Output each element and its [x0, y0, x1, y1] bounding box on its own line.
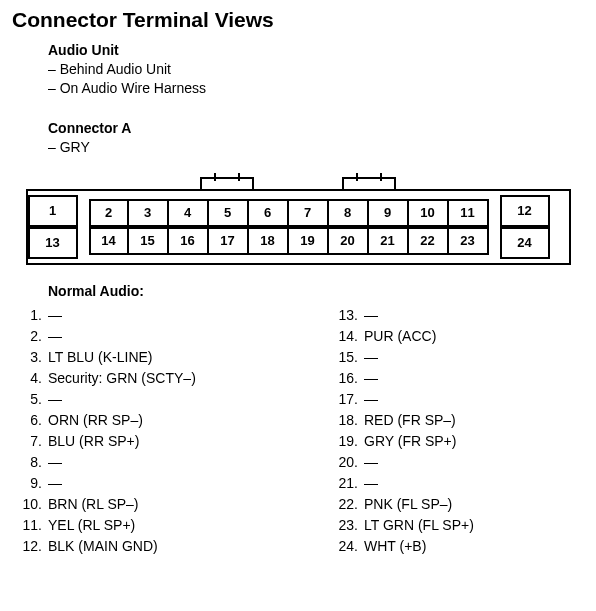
pin-value: —	[364, 305, 584, 326]
pin-value: —	[48, 452, 298, 473]
pin-number: 22.	[328, 494, 358, 515]
pin-cell: 2	[89, 199, 129, 227]
audio-unit-section: Audio Unit – Behind Audio Unit – On Audi…	[48, 42, 584, 157]
pin-definition-row: 18.RED (FR SP–)	[328, 410, 584, 431]
connector-a-heading: Connector A	[48, 120, 584, 136]
pin-value: —	[364, 347, 584, 368]
pin-cell: 24	[500, 227, 550, 259]
pin-number: 14.	[328, 326, 358, 347]
pin-cell: 8	[329, 199, 369, 227]
pin-definition-row: 12.BLK (MAIN GND)	[12, 536, 298, 557]
connector-notch	[200, 177, 254, 189]
pin-definition-row: 13.—	[328, 305, 584, 326]
page-title: Connector Terminal Views	[12, 8, 584, 32]
pin-definition-columns: 1.—2.—3.LT BLU (K-LINE)4.Security: GRN (…	[12, 305, 584, 557]
pin-number: 2.	[12, 326, 42, 347]
pin-number: 10.	[12, 494, 42, 515]
audio-unit-note-1: – Behind Audio Unit	[48, 60, 584, 79]
pin-number: 5.	[12, 389, 42, 410]
pin-value: ORN (RR SP–)	[48, 410, 298, 431]
pin-cell: 13	[28, 227, 78, 259]
pin-cell: 15	[129, 227, 169, 255]
pin-number: 13.	[328, 305, 358, 326]
pin-value: LT BLU (K-LINE)	[48, 347, 298, 368]
pin-number: 24.	[328, 536, 358, 557]
pin-number: 3.	[12, 347, 42, 368]
pin-value: —	[364, 368, 584, 389]
pin-definition-row: 6.ORN (RR SP–)	[12, 410, 298, 431]
pin-row-2: 13 14 15 16 17 18 19 20 21 22 23 24	[28, 227, 569, 263]
pin-cell: 23	[449, 227, 489, 255]
pin-number: 23.	[328, 515, 358, 536]
connector-a-color: – GRY	[48, 138, 584, 157]
pin-value: LT GRN (FL SP+)	[364, 515, 584, 536]
pin-definition-row: 11.YEL (RL SP+)	[12, 515, 298, 536]
pin-definition-row: 9.—	[12, 473, 298, 494]
pin-cell: 21	[369, 227, 409, 255]
pin-cell: 18	[249, 227, 289, 255]
pin-definition-row: 3.LT BLU (K-LINE)	[12, 347, 298, 368]
pin-column-right: 13.—14.PUR (ACC)15.—16.—17.—18.RED (FR S…	[298, 305, 584, 557]
pin-cell: 1	[28, 195, 78, 227]
pin-number: 7.	[12, 431, 42, 452]
connector-body: 1 2 3 4 5 6 7 8 9 10 11 12 13 14 15	[26, 189, 571, 265]
pin-cell: 9	[369, 199, 409, 227]
normal-audio-heading: Normal Audio:	[48, 283, 584, 299]
pin-definition-row: 14.PUR (ACC)	[328, 326, 584, 347]
pin-cell: 3	[129, 199, 169, 227]
pin-value: —	[364, 473, 584, 494]
pin-cell: 11	[449, 199, 489, 227]
pin-definition-row: 22.PNK (FL SP–)	[328, 494, 584, 515]
pin-value: —	[364, 389, 584, 410]
pin-definition-row: 7.BLU (RR SP+)	[12, 431, 298, 452]
pin-value: GRY (FR SP+)	[364, 431, 584, 452]
pin-number: 6.	[12, 410, 42, 431]
pin-cell: 6	[249, 199, 289, 227]
pin-number: 1.	[12, 305, 42, 326]
pin-cell: 7	[289, 199, 329, 227]
pin-definition-row: 10.BRN (RL SP–)	[12, 494, 298, 515]
pin-number: 21.	[328, 473, 358, 494]
pin-cell: 14	[89, 227, 129, 255]
pin-value: —	[48, 473, 298, 494]
pin-definition-row: 20.—	[328, 452, 584, 473]
pin-number: 9.	[12, 473, 42, 494]
audio-unit-heading: Audio Unit	[48, 42, 584, 58]
pin-cell: 12	[500, 195, 550, 227]
pin-number: 11.	[12, 515, 42, 536]
pin-definition-row: 4.Security: GRN (SCTY–)	[12, 368, 298, 389]
audio-unit-note-2: – On Audio Wire Harness	[48, 79, 584, 98]
pin-value: WHT (+B)	[364, 536, 584, 557]
pin-definition-row: 23.LT GRN (FL SP+)	[328, 515, 584, 536]
pin-value: PNK (FL SP–)	[364, 494, 584, 515]
pin-cell: 16	[169, 227, 209, 255]
pin-number: 12.	[12, 536, 42, 557]
pin-value: PUR (ACC)	[364, 326, 584, 347]
pin-value: —	[48, 389, 298, 410]
connector-diagram: 1 2 3 4 5 6 7 8 9 10 11 12 13 14 15	[26, 177, 571, 265]
pin-value: —	[48, 326, 298, 347]
pin-definition-row: 21.—	[328, 473, 584, 494]
pin-number: 16.	[328, 368, 358, 389]
pin-definition-row: 24.WHT (+B)	[328, 536, 584, 557]
connector-notches	[26, 177, 571, 189]
pin-definition-row: 19.GRY (FR SP+)	[328, 431, 584, 452]
connector-a-section: Connector A – GRY	[48, 120, 584, 157]
pin-cell: 22	[409, 227, 449, 255]
pin-definition-row: 8.—	[12, 452, 298, 473]
pin-number: 4.	[12, 368, 42, 389]
pin-number: 19.	[328, 431, 358, 452]
pin-definition-row: 5.—	[12, 389, 298, 410]
pin-number: 20.	[328, 452, 358, 473]
pin-cell: 19	[289, 227, 329, 255]
pin-value: —	[364, 452, 584, 473]
pin-cell: 20	[329, 227, 369, 255]
pin-number: 17.	[328, 389, 358, 410]
pin-cell: 10	[409, 199, 449, 227]
pin-value: BLU (RR SP+)	[48, 431, 298, 452]
pin-value: RED (FR SP–)	[364, 410, 584, 431]
pin-number: 8.	[12, 452, 42, 473]
pin-definition-row: 17.—	[328, 389, 584, 410]
pin-definition-row: 15.—	[328, 347, 584, 368]
pin-value: —	[48, 305, 298, 326]
